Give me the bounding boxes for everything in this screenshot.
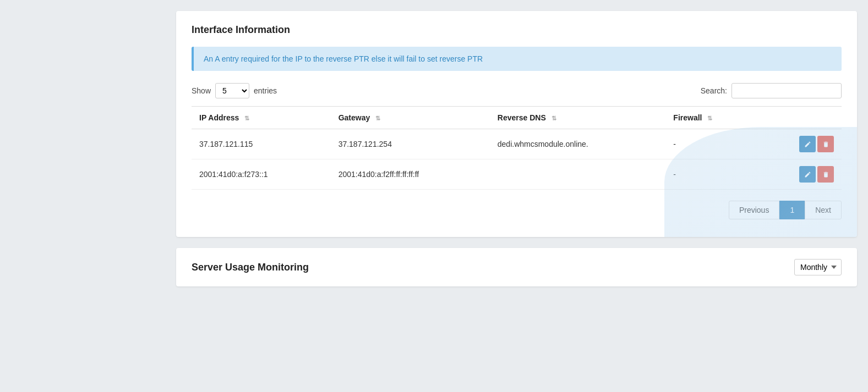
sort-rdns-icon[interactable]: ⇅ bbox=[552, 115, 556, 122]
show-entries-control: Show 5 10 25 50 100 entries bbox=[192, 83, 277, 98]
sort-firewall-icon[interactable]: ⇅ bbox=[707, 115, 712, 122]
table-controls: Show 5 10 25 50 100 entries Search: bbox=[192, 83, 842, 98]
search-input[interactable] bbox=[731, 83, 842, 98]
edit-button-1[interactable] bbox=[799, 166, 816, 183]
table-row: 37.187.121.11537.187.121.254dedi.whmcsmo… bbox=[192, 129, 842, 159]
col-actions bbox=[756, 107, 842, 129]
cell-ip-1: 2001:41d0:a:f273::1 bbox=[192, 159, 331, 190]
pagination: Previous 1 Next bbox=[192, 201, 842, 219]
delete-button-0[interactable] bbox=[817, 136, 834, 152]
col-ip-address: IP Address ⇅ bbox=[192, 107, 331, 129]
search-control: Search: bbox=[701, 83, 842, 98]
monitoring-title: Server Usage Monitoring bbox=[192, 262, 309, 273]
cell-rdns-0: dedi.whmcsmodule.online. bbox=[490, 129, 666, 159]
search-label: Search: bbox=[701, 86, 727, 95]
cell-gateway-1: 2001:41d0:a:f2ff:ff:ff:ff:ff bbox=[331, 159, 490, 190]
cell-gateway-0: 37.187.121.254 bbox=[331, 129, 490, 159]
monitoring-card: Server Usage Monitoring Daily Weekly Mon… bbox=[176, 248, 857, 286]
cell-firewall-1: - bbox=[665, 159, 756, 190]
col-gateway: Gateway ⇅ bbox=[331, 107, 490, 129]
entries-label: entries bbox=[254, 86, 277, 95]
cell-rdns-1 bbox=[490, 159, 666, 190]
entries-select[interactable]: 5 10 25 50 100 bbox=[215, 83, 249, 98]
previous-button[interactable]: Previous bbox=[729, 201, 779, 219]
cell-firewall-0: - bbox=[665, 129, 756, 159]
show-label: Show bbox=[192, 86, 211, 95]
interface-information-card: Interface Information An A entry require… bbox=[176, 11, 857, 237]
cell-ip-0: 37.187.121.115 bbox=[192, 129, 331, 159]
interface-card-title: Interface Information bbox=[192, 24, 842, 36]
alert-banner: An A entry required for the IP to the re… bbox=[192, 47, 842, 71]
sort-gateway-icon[interactable]: ⇅ bbox=[375, 115, 380, 122]
col-reverse-dns: Reverse DNS ⇅ bbox=[490, 107, 666, 129]
cell-actions-0 bbox=[756, 129, 842, 159]
next-button[interactable]: Next bbox=[805, 201, 842, 219]
col-firewall: Firewall ⇅ bbox=[665, 107, 756, 129]
cell-actions-1 bbox=[756, 159, 842, 190]
interface-table: IP Address ⇅ Gateway ⇅ Reverse DNS ⇅ Fir… bbox=[192, 106, 842, 190]
edit-button-0[interactable] bbox=[799, 136, 816, 152]
delete-button-1[interactable] bbox=[817, 166, 834, 183]
table-header-row: IP Address ⇅ Gateway ⇅ Reverse DNS ⇅ Fir… bbox=[192, 107, 842, 129]
monitoring-period-select[interactable]: Daily Weekly Monthly Yearly bbox=[794, 259, 842, 275]
sort-ip-icon[interactable]: ⇅ bbox=[244, 115, 249, 122]
table-row: 2001:41d0:a:f273::12001:41d0:a:f2ff:ff:f… bbox=[192, 159, 842, 190]
page-1-button[interactable]: 1 bbox=[779, 201, 805, 219]
